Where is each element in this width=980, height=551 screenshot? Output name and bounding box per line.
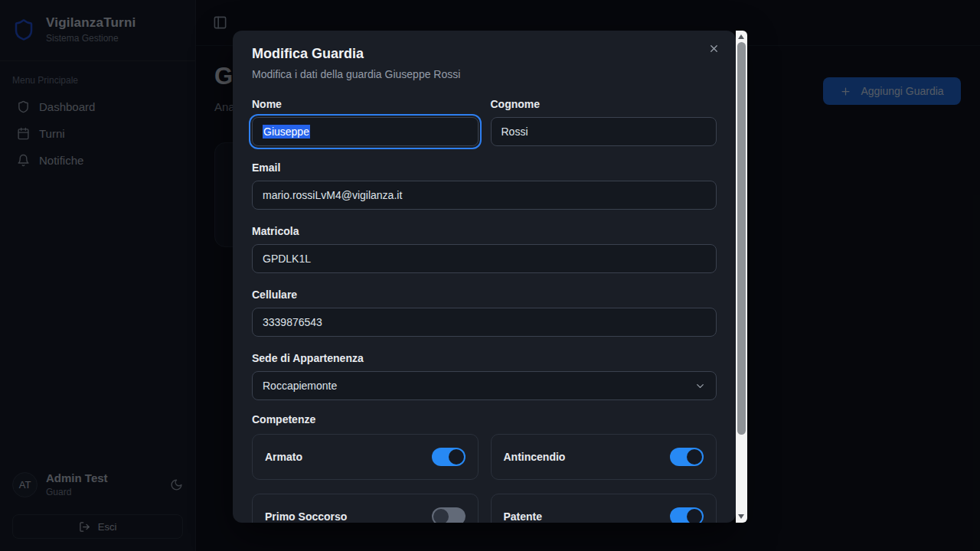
toggle-knob bbox=[687, 449, 702, 465]
edit-guard-modal: Modifica Guardia Modifica i dati della g… bbox=[233, 31, 736, 523]
email-label: Email bbox=[252, 161, 717, 174]
nome-label: Nome bbox=[252, 98, 479, 110]
nome-input[interactable]: Giuseppe bbox=[252, 117, 479, 146]
field-cellulare: Cellulare bbox=[252, 289, 717, 337]
modal-subtitle: Modifica i dati della guardia Giuseppe R… bbox=[252, 68, 717, 80]
antincendio-toggle[interactable] bbox=[670, 448, 704, 466]
close-icon bbox=[708, 43, 720, 54]
toggle-card-antincendio: Antincendio bbox=[491, 434, 717, 480]
scrollbar-down-arrow[interactable] bbox=[738, 514, 744, 519]
field-cognome: Cognome bbox=[491, 98, 717, 146]
patente-toggle[interactable] bbox=[670, 507, 704, 523]
toggle-knob bbox=[433, 509, 449, 523]
scrollbar-thumb[interactable] bbox=[737, 42, 746, 435]
toggle-card-primo-soccorso: Primo Soccorso bbox=[252, 494, 479, 523]
matricola-input[interactable] bbox=[252, 244, 717, 273]
antincendio-label: Antincendio bbox=[504, 451, 566, 463]
scrollbar-up-arrow[interactable] bbox=[738, 34, 744, 39]
primo-soccorso-label: Primo Soccorso bbox=[265, 510, 347, 523]
toggle-knob bbox=[449, 449, 464, 465]
matricola-label: Matricola bbox=[252, 225, 717, 237]
toggle-card-armato: Armato bbox=[252, 434, 479, 480]
field-sede: Sede di Appartenenza Roccapiemonte bbox=[252, 352, 717, 400]
modal-scrollbar[interactable] bbox=[736, 31, 747, 523]
cellulare-input[interactable] bbox=[252, 308, 717, 337]
sede-selected-value: Roccapiemonte bbox=[263, 380, 337, 392]
field-matricola: Matricola bbox=[252, 225, 717, 273]
email-input[interactable] bbox=[252, 181, 717, 210]
field-email: Email bbox=[252, 161, 717, 210]
competenze-grid: Armato Antincendio Primo Soccorso Patent… bbox=[252, 434, 717, 523]
sede-label: Sede di Appartenenza bbox=[252, 352, 717, 364]
competenze-label: Competenze bbox=[252, 413, 717, 425]
cognome-input[interactable] bbox=[491, 117, 717, 146]
chevron-down-icon bbox=[694, 380, 706, 392]
primo-soccorso-toggle[interactable] bbox=[432, 507, 466, 523]
close-button[interactable] bbox=[705, 40, 722, 57]
armato-toggle[interactable] bbox=[432, 448, 466, 466]
cognome-label: Cognome bbox=[491, 98, 717, 110]
sede-select[interactable]: Roccapiemonte bbox=[252, 371, 717, 400]
guard-form: Nome Giuseppe Cognome Email Matricola Ce… bbox=[252, 98, 717, 523]
cellulare-label: Cellulare bbox=[252, 289, 717, 301]
field-nome: Nome Giuseppe bbox=[252, 98, 479, 146]
armato-label: Armato bbox=[265, 451, 302, 463]
toggle-knob bbox=[687, 509, 702, 523]
toggle-card-patente: Patente bbox=[491, 494, 717, 523]
modal-title: Modifica Guardia bbox=[252, 46, 717, 62]
nome-selected-text: Giuseppe bbox=[263, 125, 310, 139]
patente-label: Patente bbox=[504, 510, 543, 523]
